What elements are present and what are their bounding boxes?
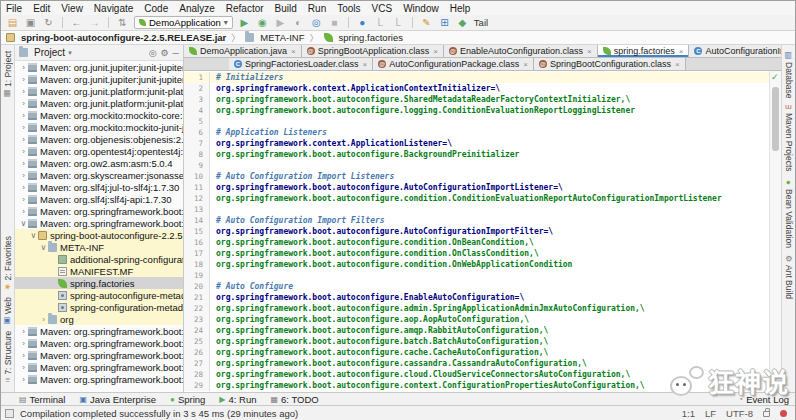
debug-icon[interactable]: ◉ xyxy=(256,16,269,30)
scrollbar-thumb[interactable] xyxy=(772,87,779,151)
code-line[interactable]: 28org.springframework.boot.autoconfigure… xyxy=(184,369,769,380)
tool-stripe-maven-projects[interactable]: mMaven Projects xyxy=(783,104,795,171)
menu-edit[interactable]: Edit xyxy=(33,3,50,14)
tree-item[interactable]: ›Maven: org.springframework.boot:spring xyxy=(15,361,183,373)
breadcrumb-item[interactable]: META-INF xyxy=(245,32,304,43)
code-line[interactable]: 9 xyxy=(184,160,769,171)
scroll-to-end-icon[interactable]: ⇅ xyxy=(116,16,129,30)
tab-spring-factories[interactable]: spring.factories× xyxy=(598,45,690,57)
code-line[interactable]: 2org.springframework.context.Application… xyxy=(184,83,769,94)
tree-item[interactable]: ›Maven: org.springframework.boot:spring xyxy=(15,373,183,385)
tree-item[interactable]: ›Maven: org.springframework.boot:spring xyxy=(15,205,183,217)
tree-item[interactable]: ›Maven: org.springframework.boot:spring xyxy=(15,337,183,349)
code-line[interactable]: 14# Auto Configuration Import Filters xyxy=(184,215,769,226)
code-line[interactable]: 1# Initializers xyxy=(184,72,769,83)
chevron-down-icon[interactable]: ∨ xyxy=(29,231,38,240)
tree-item[interactable]: ›Maven: org.junit.jupiter:junit-jupiter-… xyxy=(15,73,183,85)
chevron-right-icon[interactable]: › xyxy=(19,63,28,72)
tab-close-icon[interactable]: × xyxy=(675,60,680,69)
code-line[interactable]: 3org.springframework.boot.autoconfigure.… xyxy=(184,94,769,105)
menu-refactor[interactable]: Refactor xyxy=(226,3,264,14)
chevron-right-icon[interactable]: › xyxy=(19,327,28,336)
tab-close-icon[interactable]: × xyxy=(291,47,296,56)
run-configuration-selector[interactable]: DemoApplication▾ xyxy=(134,16,233,29)
save-all-icon[interactable]: ▣ xyxy=(24,16,37,30)
menu-file[interactable]: File xyxy=(6,3,22,14)
tab-springfactoriesloader-class[interactable]: SpringFactoriesLoader.class× xyxy=(229,58,373,70)
code-line[interactable]: 11org.springframework.boot.autoconfigure… xyxy=(184,182,769,193)
code-line[interactable]: 25org.springframework.boot.autoconfigure… xyxy=(184,336,769,347)
hide-panel-icon[interactable]: ─ xyxy=(173,48,179,58)
menu-view[interactable]: View xyxy=(61,3,83,14)
tree-item[interactable]: ›Maven: org.ow2.asm:asm:5.0.4 xyxy=(15,157,183,169)
tool-window-terminal[interactable]: ▤Terminal xyxy=(19,394,65,405)
code-line[interactable]: 29org.springframework.boot.autoconfigure… xyxy=(184,380,769,391)
stop-icon[interactable]: ■ xyxy=(328,16,341,30)
tree-item[interactable]: ›org xyxy=(15,313,183,325)
tree-item[interactable]: spring.factories xyxy=(15,277,183,289)
tool-stripe-2-favorites[interactable]: ★2: Favorites xyxy=(2,236,14,291)
menu-code[interactable]: Code xyxy=(144,3,168,14)
code-line[interactable]: 18org.springframework.boot.autoconfigure… xyxy=(184,259,769,270)
search-icon[interactable]: ● xyxy=(356,16,369,30)
notification-icon[interactable] xyxy=(780,410,787,417)
tab-close-icon[interactable]: × xyxy=(433,47,438,56)
table-icon[interactable]: ⊞ xyxy=(438,16,451,30)
tool-window-spring[interactable]: ●Spring xyxy=(170,394,205,405)
code-line[interactable]: 10# Auto Configuration Import Listeners xyxy=(184,171,769,182)
tool-stripe-7-structure[interactable]: ≡7: Structure xyxy=(2,331,14,382)
code-line[interactable]: 16org.springframework.boot.autoconfigure… xyxy=(184,237,769,248)
code-line[interactable]: 5 xyxy=(184,116,769,127)
chevron-right-icon[interactable]: › xyxy=(19,195,28,204)
code-editor[interactable]: 1# Initializers2org.springframework.cont… xyxy=(184,71,781,392)
profiler-icon[interactable]: ◐ xyxy=(292,16,305,30)
tool-stripe-1-project[interactable]: ▦1: Project xyxy=(2,51,14,98)
chevron-right-icon[interactable]: › xyxy=(19,339,28,348)
chevron-right-icon[interactable]: › xyxy=(19,351,28,360)
deploy-icon[interactable]: ◆ xyxy=(456,16,469,30)
breadcrumb-item[interactable]: spring.factories xyxy=(324,32,403,43)
chevron-right-icon[interactable]: › xyxy=(19,183,28,192)
chevron-right-icon[interactable]: › xyxy=(19,111,28,120)
tab-enableautoconfiguration-class[interactable]: EnableAutoConfiguration.class× xyxy=(444,45,598,57)
code-line[interactable]: 24org.springframework.boot.autoconfigure… xyxy=(184,325,769,336)
tree-item[interactable]: ›Maven: org.mockito:mockito-junit-jupite… xyxy=(15,121,183,133)
menu-build[interactable]: Build xyxy=(275,3,297,14)
chevron-right-icon[interactable]: › xyxy=(19,207,28,216)
chevron-right-icon[interactable]: › xyxy=(19,87,28,96)
code-line[interactable]: 20# Auto Configure xyxy=(184,281,769,292)
coverage-run-icon[interactable]: ▶ xyxy=(274,16,287,30)
tree-item[interactable]: ›Maven: org.springframework.boot:spring xyxy=(15,349,183,361)
tab-close-icon[interactable]: × xyxy=(523,60,528,69)
tree-item[interactable]: ›Maven: org.junit.jupiter:junit-jupiter-… xyxy=(15,61,183,73)
tab-autoconfigurationimportselector-class[interactable]: AutoConfigurationImportSelector.class× xyxy=(689,45,781,57)
code-line[interactable]: 8org.springframework.boot.autoconfigure.… xyxy=(184,149,769,160)
tree-item[interactable]: ∨META-INF xyxy=(15,241,183,253)
menu-analyze[interactable]: Analyze xyxy=(179,3,215,14)
chevron-right-icon[interactable]: › xyxy=(19,159,28,168)
code-line[interactable]: 4org.springframework.boot.autoconfigure.… xyxy=(184,105,769,116)
chevron-down-icon[interactable]: ∨ xyxy=(39,243,48,252)
tab-close-icon[interactable]: × xyxy=(587,47,592,56)
tab-springbootapplication-class[interactable]: SpringBootApplication.class× xyxy=(302,45,444,57)
chevron-right-icon[interactable]: › xyxy=(19,135,28,144)
tool-window-4-run[interactable]: ▶4: Run xyxy=(219,394,256,405)
tab-autoconfigurationpackage-class[interactable]: AutoConfigurationPackage.class× xyxy=(373,58,534,70)
code-line[interactable]: 19 xyxy=(184,270,769,281)
tree-item[interactable]: ∨Maven: org.springframework.boot:spring xyxy=(15,217,183,229)
caret-position[interactable]: 1:1 xyxy=(682,408,695,419)
chevron-right-icon[interactable]: › xyxy=(19,171,28,180)
settings-gear-icon[interactable]: ⚙ xyxy=(161,48,169,58)
code-line[interactable]: 7org.springframework.context.Application… xyxy=(184,138,769,149)
locate-file-icon[interactable]: ◎ xyxy=(149,48,157,58)
editor-scrollbar[interactable]: ✓ xyxy=(769,71,781,392)
tool-stripe-web[interactable]: ▣Web xyxy=(2,297,14,325)
code-line[interactable]: 13 xyxy=(184,204,769,215)
menu-navigate[interactable]: Navigate xyxy=(94,3,133,14)
tree-item[interactable]: spring-autoconfigure-metadat xyxy=(15,289,183,301)
chevron-right-icon[interactable]: › xyxy=(19,147,28,156)
tab-close-icon[interactable]: × xyxy=(363,60,368,69)
tool-window-6-todo[interactable]: ▦6: TODO xyxy=(271,394,319,405)
open-folder-icon[interactable]: ▤ xyxy=(6,16,19,30)
tab-springbootconfiguration-class[interactable]: SpringBootConfiguration.class× xyxy=(534,58,686,70)
